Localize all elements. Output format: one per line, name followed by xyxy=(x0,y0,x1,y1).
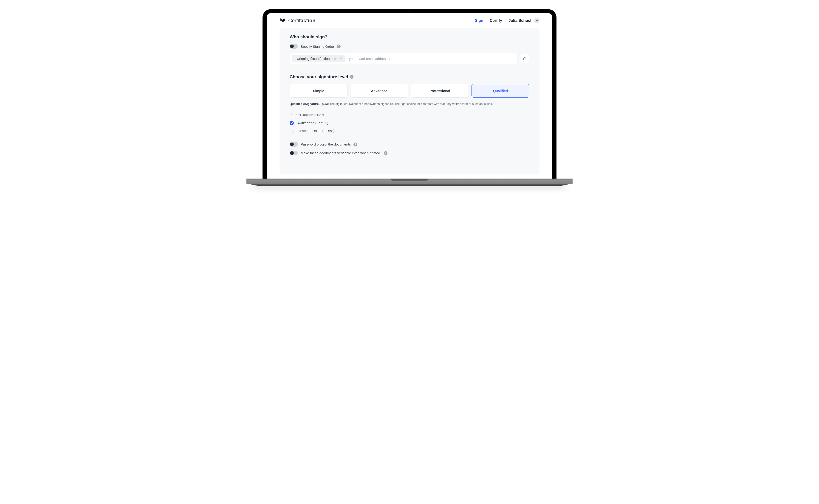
level-simple[interactable]: Simple xyxy=(289,84,347,98)
jurisdiction-eu-label: European Union (eIDAS) xyxy=(296,129,334,133)
user-menu[interactable]: Julia Schuch xyxy=(509,18,540,23)
help-icon[interactable]: ? xyxy=(337,45,340,48)
laptop-base-bottom xyxy=(251,184,568,186)
main-content: Who should sign? Specify Signing Order ?… xyxy=(267,28,552,179)
specify-order-label: Specify Signing Order xyxy=(301,45,334,48)
form-card: Who should sign? Specify Signing Order ?… xyxy=(279,28,540,174)
radio-checked-icon xyxy=(289,121,294,125)
laptop-frame: Certifaction Sign Certify Julia Schuch W… xyxy=(262,9,557,186)
password-protect-toggle[interactable] xyxy=(289,142,298,147)
user-name: Julia Schuch xyxy=(509,18,533,23)
help-icon[interactable]: ? xyxy=(384,151,387,155)
jurisdiction-switzerland-label: Switzerland (ZertES) xyxy=(296,121,328,125)
brand-name: Certifaction xyxy=(288,18,315,24)
email-row: marketing@certifaction.com ✕ xyxy=(289,53,530,64)
level-qualified[interactable]: Qualified xyxy=(472,84,530,98)
verifiable-printed-label: Make these documents verifiable even whe… xyxy=(301,151,381,155)
jurisdiction-subhead: SELECT JURISDICTION xyxy=(289,114,530,117)
camera-dot xyxy=(409,11,410,12)
laptop-base-top xyxy=(246,179,573,184)
spacer xyxy=(289,137,530,142)
jurisdiction-eu[interactable]: European Union (eIDAS) xyxy=(289,129,530,133)
signers-title: Who should sign? xyxy=(289,34,530,39)
level-desc-strong: Qualified eSignature (QES): xyxy=(289,102,329,106)
brand-logo[interactable]: Certifaction xyxy=(279,17,315,24)
email-input[interactable] xyxy=(347,57,515,61)
screen-bezel: Certifaction Sign Certify Julia Schuch W… xyxy=(262,9,557,179)
app-screen: Certifaction Sign Certify Julia Schuch W… xyxy=(267,13,552,179)
radio-unchecked-icon xyxy=(289,129,294,133)
specify-order-row: Specify Signing Order ? xyxy=(289,44,530,49)
email-input-container[interactable]: marketing@certifaction.com ✕ xyxy=(289,53,518,64)
edit-button[interactable] xyxy=(520,54,530,63)
close-icon[interactable]: ✕ xyxy=(339,56,342,61)
app-header: Certifaction Sign Certify Julia Schuch xyxy=(267,13,552,28)
nav-certify[interactable]: Certify xyxy=(490,18,502,23)
toggle-knob xyxy=(290,143,294,146)
toggle-knob xyxy=(290,45,294,48)
verifiable-printed-row: Make these documents verifiable even whe… xyxy=(289,151,530,155)
brand-name-bold: faction xyxy=(299,18,315,23)
password-protect-row: Password protect the documents ? xyxy=(289,142,530,147)
edit-icon xyxy=(523,56,527,61)
level-desc-text: The digital equivalent of a handwritten … xyxy=(329,102,493,106)
nav-sign[interactable]: Sign xyxy=(475,18,483,23)
laptop-base-notch xyxy=(391,179,428,181)
level-title: Choose your signature level xyxy=(289,74,348,79)
level-title-row: Choose your signature level ? xyxy=(289,74,530,79)
level-professional[interactable]: Professional xyxy=(411,84,469,98)
brand-name-thin: Certi xyxy=(288,18,299,23)
email-chip: marketing@certifaction.com ✕ xyxy=(292,55,345,62)
level-advanced[interactable]: Advanced xyxy=(350,84,408,98)
help-icon[interactable]: ? xyxy=(350,75,353,79)
jurisdiction-switzerland[interactable]: Switzerland (ZertES) xyxy=(289,121,530,125)
help-icon[interactable]: ? xyxy=(353,143,357,146)
level-grid: Simple Advanced Professional Qualified xyxy=(289,84,530,98)
email-chip-text: marketing@certifaction.com xyxy=(294,57,337,61)
password-protect-label: Password protect the documents xyxy=(301,142,351,146)
verifiable-printed-toggle[interactable] xyxy=(289,151,298,155)
logo-icon xyxy=(279,17,286,24)
toggle-knob xyxy=(290,151,294,155)
specify-order-toggle[interactable] xyxy=(289,44,298,49)
chevron-down-icon xyxy=(535,18,540,23)
level-description: Qualified eSignature (QES): The digital … xyxy=(289,102,530,106)
